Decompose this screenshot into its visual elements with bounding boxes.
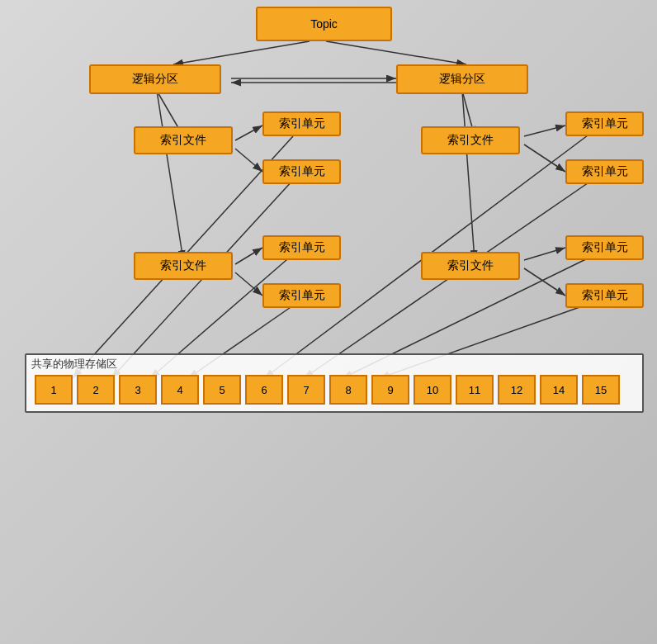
storage-cell: 11 [456,375,494,405]
index-unit-r2-1-box: 索引单元 [565,235,644,260]
diagram-container: Topic 逻辑分区 逻辑分区 索引文件 索引文件 索引单元 索引单元 索引单元… [0,0,657,644]
storage-cell: 9 [371,375,409,405]
arrows-layer [0,0,657,644]
svg-line-2 [326,41,466,64]
storage-cell: 8 [329,375,367,405]
svg-line-14 [524,268,565,296]
index-file-left1-box: 索引文件 [134,126,233,154]
svg-line-11 [524,125,565,136]
svg-line-4 [157,91,183,260]
storage-cell: 4 [161,375,199,405]
index-unit-l1-1-box: 索引单元 [262,111,341,136]
storage-label: 共享的物理存储区 [31,357,117,372]
index-unit-r1-1-box: 索引单元 [565,111,644,136]
svg-line-6 [462,91,475,260]
svg-line-7 [235,125,262,140]
index-unit-r1-2-box: 索引单元 [565,159,644,184]
storage-cell: 12 [498,375,536,405]
svg-line-12 [524,144,565,172]
index-file-left2-box: 索引文件 [134,252,233,280]
storage-cell: 1 [35,375,73,405]
storage-cell: 15 [582,375,620,405]
index-unit-l1-2-box: 索引单元 [262,159,341,184]
storage-cell: 3 [119,375,157,405]
storage-cell: 6 [245,375,283,405]
svg-line-9 [235,248,262,264]
svg-line-13 [524,248,565,260]
storage-cell: 10 [414,375,451,405]
index-unit-l2-2-box: 索引单元 [262,283,341,308]
index-file-right2-box: 索引文件 [421,252,520,280]
storage-cell: 5 [203,375,241,405]
svg-line-1 [173,41,310,64]
svg-line-8 [235,149,262,172]
topic-box: Topic [256,7,392,41]
index-unit-l2-1-box: 索引单元 [262,235,341,260]
partition-left-box: 逻辑分区 [89,64,221,94]
index-unit-r2-2-box: 索引单元 [565,283,644,308]
storage-cells: 1234567891011121415 [35,375,620,405]
storage-area: 共享的物理存储区 1234567891011121415 [25,353,644,413]
storage-cell: 2 [77,375,115,405]
svg-line-10 [235,272,262,296]
storage-cell: 7 [287,375,325,405]
partition-right-box: 逻辑分区 [396,64,528,94]
index-file-right1-box: 索引文件 [421,126,520,154]
storage-cell: 14 [540,375,578,405]
